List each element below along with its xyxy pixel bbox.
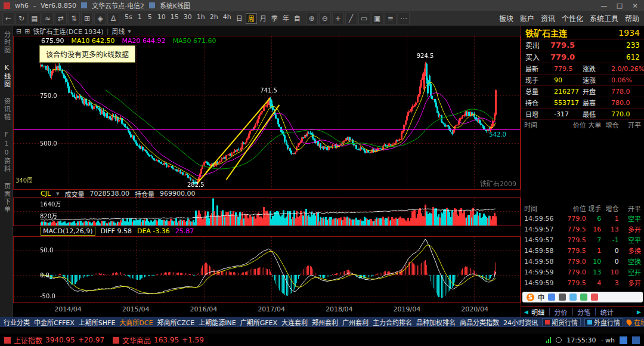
bell-icon[interactable]: Δ: [107, 13, 119, 24]
nav-item-行业分类[interactable]: 行业分类: [4, 317, 30, 327]
tab-scroll-right-icon[interactable]: ▶: [637, 309, 641, 315]
line-chart-icon[interactable]: ≈: [42, 13, 54, 24]
quote-window-tab[interactable]: 外盘行情: [584, 318, 623, 326]
menu-个性化[interactable]: 个性化: [562, 13, 583, 23]
skin-icon[interactable]: [580, 294, 587, 301]
tick-row[interactable]: 14:59:58779.0100空换: [521, 256, 644, 267]
chevron-down-icon[interactable]: ▾: [128, 27, 131, 35]
period-2h[interactable]: 2h: [208, 13, 220, 24]
tab-scroll-left-icon[interactable]: ◀: [524, 309, 528, 315]
nav-item-大连套利[interactable]: 大连套利: [281, 317, 308, 327]
more-icon[interactable]: ⋯: [398, 13, 410, 24]
tab-统计[interactable]: 统计: [600, 307, 614, 317]
taskbar-app-icon[interactable]: [620, 336, 627, 344]
nav-item-商品分类指数[interactable]: 商品分类指数: [460, 317, 499, 327]
overlay-icon[interactable]: ⊞: [81, 13, 93, 24]
tab-明细[interactable]: 明细: [531, 307, 544, 317]
period-日[interactable]: 日: [234, 13, 244, 24]
mic-icon[interactable]: [548, 294, 555, 301]
sidebar-item-资讯链[interactable]: 资讯链: [2, 98, 11, 121]
chinese-mode-icon[interactable]: 中: [538, 292, 544, 302]
minimize-button[interactable]: —: [599, 2, 609, 10]
period-5[interactable]: 5: [145, 13, 154, 24]
cloud-node-label[interactable]: 文华云节点-电信2: [92, 1, 144, 10]
chevron-down-icon[interactable]: ▾: [56, 190, 60, 197]
period-自[interactable]: 自: [292, 13, 302, 24]
updown-icon[interactable]: ⇅: [68, 13, 80, 24]
nav-item-24小时资讯[interactable]: 24小时资讯: [503, 317, 538, 327]
menu-板块[interactable]: 板块: [499, 13, 513, 23]
period-30[interactable]: 30: [182, 13, 194, 24]
nav-item-郑商所CZCE[interactable]: 郑商所CZCE: [157, 317, 194, 327]
tick-row[interactable]: 14:59:57779.57-1空平: [521, 234, 644, 245]
chart-period-label[interactable]: 周线: [112, 26, 125, 36]
menu-账户[interactable]: 账户: [520, 13, 534, 23]
close-button[interactable]: ×: [630, 2, 640, 10]
period-15[interactable]: 15: [169, 13, 181, 24]
sidebar-item-K线图[interactable]: K线图: [2, 64, 11, 88]
zoom-in-icon[interactable]: ⊕: [306, 13, 318, 24]
sogou-logo-icon[interactable]: S: [527, 294, 534, 301]
period-4h[interactable]: 4h: [221, 13, 233, 24]
compare-icon[interactable]: ⇄: [55, 13, 67, 24]
refresh-icon[interactable]: ↻: [16, 13, 27, 24]
crosshair-icon[interactable]: +: [332, 13, 344, 24]
emoji-icon[interactable]: [569, 294, 577, 301]
nav-item-品种加权排名[interactable]: 品种加权排名: [416, 317, 456, 327]
collapse-icon[interactable]: ⊟: [16, 27, 21, 35]
nav-item-郑州套利[interactable]: 郑州套利: [312, 317, 338, 327]
period-月[interactable]: 月: [258, 13, 268, 24]
tick-row[interactable]: 14:59:56779.061空平: [521, 213, 644, 224]
tick-row[interactable]: 14:59:59779.01310空开: [521, 267, 644, 277]
input-method-bar[interactable]: S 中: [522, 292, 643, 302]
menu-帮助[interactable]: 帮助: [625, 13, 639, 23]
macd-indicator-label[interactable]: MACD(12,26,9): [41, 227, 95, 236]
sidebar-item-F10资料[interactable]: F10资料: [2, 131, 11, 173]
rect-tool-icon[interactable]: ▭: [358, 13, 370, 24]
period-1[interactable]: 1: [135, 13, 144, 24]
tab-分笔[interactable]: 分笔: [577, 307, 590, 317]
nav-item-上期能源INE[interactable]: 上期能源INE: [199, 317, 236, 327]
quote-window-tab[interactable]: 期货行情: [542, 318, 581, 326]
tab-分价[interactable]: 分价: [555, 307, 568, 317]
shanghai-index-quote[interactable]: 上证指数 3940.95 +20.97: [4, 335, 104, 345]
keyboard-icon[interactable]: [559, 294, 566, 301]
alert-icon[interactable]: ◈: [94, 13, 106, 24]
toolbox-icon[interactable]: [591, 294, 598, 301]
tick-row[interactable]: 14:59:58779.510多换: [521, 245, 644, 256]
chart-symbol-label[interactable]: 铁矿石主连(DCE 1934): [33, 26, 103, 36]
nav-item-广期所GFEX[interactable]: 广期所GFEX: [240, 317, 277, 327]
grid-icon[interactable]: ▣: [371, 13, 383, 24]
back-icon[interactable]: ←: [2, 13, 14, 24]
nav-item-中金所CFFEX[interactable]: 中金所CFFEX: [34, 317, 75, 327]
layout-icon[interactable]: ≡: [385, 13, 397, 24]
macd-canvas[interactable]: [14, 237, 520, 302]
chart-type-icon[interactable]: ▤: [29, 13, 41, 24]
zoom-out-icon[interactable]: ⊖: [319, 13, 331, 24]
period-1h[interactable]: 1h: [195, 13, 207, 24]
sidebar-item-分时图[interactable]: 分时图: [2, 31, 11, 54]
tick-row[interactable]: 14:59:59779.543多开: [521, 277, 644, 288]
online-service-link[interactable]: 在线客服: [627, 317, 644, 327]
maximize-button[interactable]: □: [614, 2, 625, 10]
nav-item-大商所DCE[interactable]: 大商所DCE: [119, 317, 153, 327]
ask-row[interactable]: 卖出 779.5 233: [521, 39, 644, 51]
expand-icon[interactable]: ⊞: [24, 27, 30, 35]
menu-系统工具[interactable]: 系统工具: [590, 13, 618, 23]
wenhua-index-quote[interactable]: 文华商品 163.95 +1.59: [113, 335, 204, 345]
menu-资讯[interactable]: 资讯: [541, 13, 555, 23]
contract-name[interactable]: 铁矿石主连: [525, 27, 567, 39]
volume-indicator-label[interactable]: CJL: [41, 190, 51, 197]
nav-item-广州套利[interactable]: 广州套利: [342, 317, 369, 327]
period-年[interactable]: 年: [281, 13, 291, 24]
taskbar-app-icon[interactable]: [632, 336, 640, 344]
nav-item-主力合约排名[interactable]: 主力合约排名: [373, 317, 412, 327]
period-周[interactable]: 周: [246, 13, 257, 24]
tick-row[interactable]: 14:59:57779.51613多开: [521, 224, 644, 234]
sidebar-item-页面下单[interactable]: 页面下单: [2, 183, 11, 214]
bid-row[interactable]: 买入 779.0 612: [521, 51, 644, 63]
period-10[interactable]: 10: [156, 13, 168, 24]
volume-canvas[interactable]: [14, 198, 520, 225]
period-季[interactable]: 季: [270, 13, 280, 24]
draw-line-icon[interactable]: ╱: [345, 13, 357, 24]
